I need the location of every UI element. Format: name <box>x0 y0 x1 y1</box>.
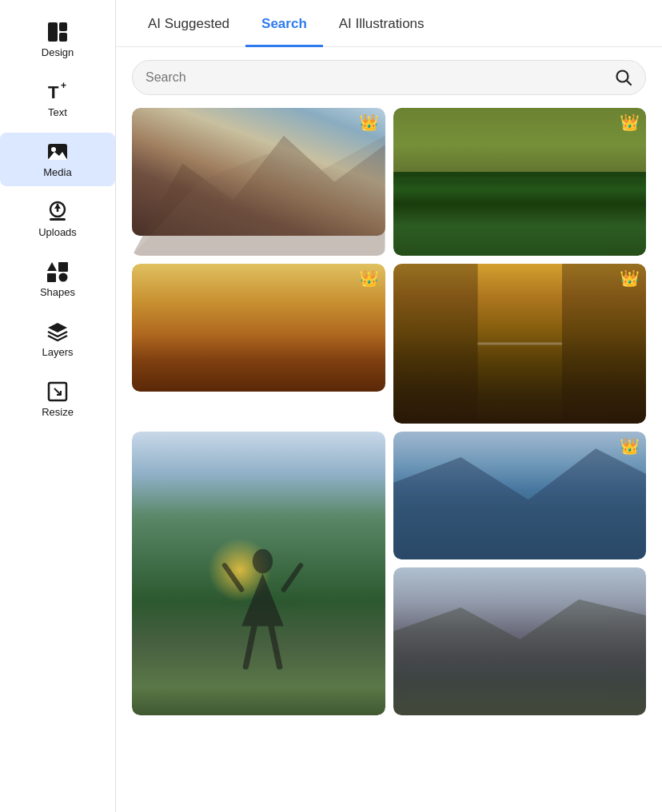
image-cliff-bridge <box>393 264 647 424</box>
tab-ai-suggested[interactable]: AI Suggested <box>132 0 245 47</box>
svg-line-18 <box>54 388 61 395</box>
text-icon: T + <box>46 81 69 103</box>
sidebar-item-design[interactable]: Design <box>0 13 115 66</box>
search-box <box>132 60 646 95</box>
tab-ai-illustrations[interactable]: AI Illustrations <box>323 0 441 47</box>
svg-point-15 <box>59 273 68 282</box>
svg-marker-34 <box>393 448 647 559</box>
svg-marker-29 <box>241 574 284 627</box>
image-card-person-hill[interactable] <box>132 432 385 715</box>
svg-rect-13 <box>58 262 68 272</box>
sidebar-item-media-label: Media <box>43 166 71 178</box>
sidebar-item-resize-label: Resize <box>42 406 74 418</box>
svg-marker-16 <box>48 323 67 332</box>
shapes-icon <box>46 261 69 283</box>
svg-line-32 <box>245 626 254 667</box>
sidebar-item-layers-label: Layers <box>42 346 73 358</box>
premium-badge-windmill: 👑 <box>359 270 379 286</box>
svg-text:+: + <box>61 81 66 91</box>
image-windmill <box>132 264 385 392</box>
main-content: AI Suggested Search AI Illustrations <box>116 0 662 812</box>
svg-rect-0 <box>48 22 58 42</box>
upload-icon <box>46 201 69 223</box>
svg-marker-35 <box>393 599 647 715</box>
premium-badge-mountains: 👑 <box>359 114 379 130</box>
sidebar-item-uploads[interactable]: Uploads <box>0 193 115 246</box>
svg-point-6 <box>51 147 56 152</box>
sidebar-item-layers[interactable]: Layers <box>0 312 115 366</box>
svg-rect-2 <box>59 33 67 42</box>
tab-bar: AI Suggested Search AI Illustrations <box>116 0 662 47</box>
premium-badge-forest: 👑 <box>620 114 640 130</box>
svg-rect-1 <box>59 22 67 31</box>
sidebar-item-text-label: Text <box>48 106 67 118</box>
image-card-valley[interactable] <box>393 567 647 715</box>
svg-marker-23 <box>393 108 647 172</box>
svg-point-28 <box>253 549 273 573</box>
image-card-fjord[interactable]: 👑 <box>393 432 647 559</box>
image-card-mountains[interactable]: 👑 <box>132 108 385 256</box>
premium-badge-cliff: 👑 <box>620 270 640 286</box>
svg-line-20 <box>627 81 632 86</box>
image-valley <box>393 567 647 715</box>
image-card-cliff-bridge[interactable]: 👑 <box>393 264 647 424</box>
image-mountains <box>132 108 385 236</box>
search-container <box>116 47 662 108</box>
tab-search[interactable]: Search <box>245 0 323 47</box>
image-fjord <box>393 432 647 559</box>
image-forest-lake <box>393 108 647 256</box>
sidebar-item-text[interactable]: T + Text <box>0 73 115 126</box>
svg-marker-12 <box>47 262 57 271</box>
sidebar-item-uploads-label: Uploads <box>38 226 77 238</box>
layers-icon <box>46 320 69 343</box>
resize-icon <box>46 380 69 403</box>
sidebar-item-shapes[interactable]: Shapes <box>0 253 115 306</box>
sidebar-item-media[interactable]: Media <box>0 133 115 186</box>
sidebar-item-resize[interactable]: Resize <box>0 372 115 426</box>
image-grid: 👑 👑 👑 <box>116 108 662 812</box>
svg-rect-14 <box>47 273 56 282</box>
svg-line-31 <box>284 565 301 589</box>
image-person-hill <box>132 432 385 715</box>
search-input[interactable] <box>146 70 608 85</box>
sidebar-item-shapes-label: Shapes <box>40 286 75 298</box>
sidebar-item-design-label: Design <box>42 46 74 58</box>
image-card-forest-lake[interactable]: 👑 <box>393 108 647 256</box>
svg-rect-26 <box>562 264 647 424</box>
svg-rect-11 <box>50 218 66 221</box>
svg-line-30 <box>225 565 241 589</box>
svg-line-33 <box>271 626 280 667</box>
svg-rect-24 <box>393 180 647 256</box>
svg-rect-25 <box>393 264 478 424</box>
sidebar: Design T + Text Media <box>0 0 116 812</box>
image-card-windmill[interactable]: 👑 <box>132 264 385 424</box>
search-icon[interactable] <box>615 69 632 86</box>
premium-badge-fjord: 👑 <box>620 438 640 454</box>
media-icon <box>46 141 69 163</box>
svg-text:T: T <box>48 82 59 102</box>
design-icon <box>46 21 69 43</box>
